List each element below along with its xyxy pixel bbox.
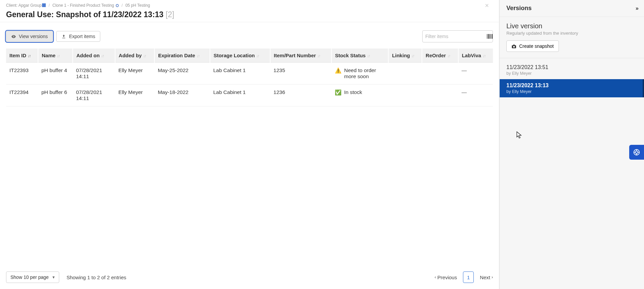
col-part-number[interactable]: Item/Part Number↓↑	[270, 49, 331, 63]
cell-part-number: 1235	[270, 63, 331, 85]
view-versions-button[interactable]: View versions	[6, 31, 53, 42]
entries-info: Showing 1 to 2 of 2 entries	[67, 275, 127, 280]
table-row[interactable]: IT22393pH buffer 407/28/2021 14:11Elly M…	[6, 63, 493, 85]
items-table: Item ID↓↑ Name↓↑ Added on↓↑ Added by↓↑ E…	[6, 49, 493, 106]
cell-stock: ⚠️Need to order more soon	[331, 63, 388, 85]
circle-icon	[116, 4, 119, 7]
version-item[interactable]: 11/23/2022 13:51by Elly Meyer	[500, 61, 644, 79]
cell-part-number: 1236	[270, 85, 331, 106]
breadcrumb-separator: /	[48, 3, 49, 8]
version-item[interactable]: 11/23/2022 13:13by Elly Meyer	[500, 79, 644, 97]
col-expiration[interactable]: Expiration Date↓↑	[154, 49, 210, 63]
col-stock[interactable]: Stock Status↓↑	[331, 49, 388, 63]
svg-point-1	[635, 151, 638, 153]
cell-linking	[388, 63, 422, 85]
table-row[interactable]: IT22394pH buffer 607/28/2021 14:11Elly M…	[6, 85, 493, 106]
breadcrumb-client[interactable]: Client: Apgar Group	[6, 3, 46, 8]
versions-sidebar: Versions » Live version Regularly update…	[499, 0, 644, 289]
sort-icon: ↓↑	[482, 54, 485, 58]
cell-item-id: IT22394	[6, 85, 38, 106]
grid-icon	[42, 3, 46, 7]
sort-icon: ↓↑	[317, 54, 320, 58]
sort-icon: ↓↑	[367, 54, 370, 58]
col-storage[interactable]: Storage Location↓↑	[210, 49, 270, 63]
sidebar-title: Versions	[506, 5, 532, 12]
sort-icon: ↓↑	[411, 54, 414, 58]
live-version-subtitle: Regularly updated from the inventory	[506, 31, 637, 36]
sort-icon: ↓↑	[256, 54, 259, 58]
page-number[interactable]: 1	[463, 271, 474, 283]
sort-icon: ↓↑	[447, 54, 450, 58]
cell-storage: Lab Cabinet 1	[210, 63, 270, 85]
sort-icon: ↓↑	[28, 54, 30, 58]
cell-added-on: 07/28/2021 14:11	[73, 85, 115, 106]
cell-added-on: 07/28/2021 14:11	[73, 63, 115, 85]
cell-added-by: Elly Meyer	[115, 63, 154, 85]
table-footer: Show 10 per page ▼ Showing 1 to 2 of 2 e…	[0, 265, 499, 289]
version-timestamp: 11/23/2022 13:51	[506, 64, 637, 70]
upload-icon	[61, 34, 66, 39]
eye-icon	[11, 34, 16, 39]
cell-name: pH buffer 4	[38, 63, 73, 85]
help-tab[interactable]	[629, 145, 644, 160]
chevron-down-icon: ▼	[52, 275, 56, 279]
col-name[interactable]: Name↓↑	[38, 49, 73, 63]
search-input[interactable]	[425, 34, 484, 39]
next-button[interactable]: Next ›	[480, 275, 493, 280]
cell-reorder	[422, 85, 458, 106]
lifebuoy-icon	[633, 149, 640, 156]
cell-name: pH buffer 6	[38, 85, 73, 106]
sort-icon: ↓↑	[196, 54, 199, 58]
col-added-on[interactable]: Added on↓↑	[73, 49, 115, 63]
version-author: by Elly Meyer	[506, 89, 636, 94]
camera-icon	[511, 44, 516, 49]
stock-status-icon: ⚠️	[335, 67, 342, 74]
cell-added-by: Elly Meyer	[115, 85, 154, 106]
cell-stock: ✅In stock	[331, 85, 388, 106]
col-linking[interactable]: Linking↓↑	[388, 49, 422, 63]
version-timestamp: 11/23/2022 13:13	[506, 83, 636, 89]
breadcrumb-separator: /	[121, 3, 122, 8]
page-title: General Use: Snapshot of 11/23/2022 13:1…	[0, 9, 499, 22]
live-version-title: Live version	[506, 22, 637, 30]
cell-linking	[388, 85, 422, 106]
col-reorder[interactable]: ReOrder↓↑	[422, 49, 458, 63]
sort-icon: ↓↑	[101, 54, 104, 58]
cell-storage: Lab Cabinet 1	[210, 85, 270, 106]
cell-item-id: IT22393	[6, 63, 38, 85]
cell-expiration: May-18-2022	[154, 85, 210, 106]
cell-labviva: —	[458, 85, 493, 106]
create-snapshot-button[interactable]: Create snapshot	[506, 40, 559, 52]
prev-button[interactable]: ‹ Previous	[435, 275, 457, 280]
barcode-icon[interactable]	[486, 34, 493, 39]
breadcrumb-project[interactable]: Clone 1 - Finished Product Testing	[52, 3, 119, 8]
col-labviva[interactable]: LabViva↓↑	[458, 49, 493, 63]
stock-status-icon: ✅	[335, 89, 342, 96]
close-icon[interactable]: ×	[485, 2, 493, 9]
breadcrumb: Client: Apgar Group / Clone 1 - Finished…	[0, 0, 499, 9]
export-items-button[interactable]: Export items	[56, 31, 100, 42]
cell-labviva: —	[458, 63, 493, 85]
live-version-block[interactable]: Live version Regularly updated from the …	[500, 17, 644, 58]
sort-icon: ↓↑	[143, 54, 146, 58]
toolbar: View versions Export items	[0, 22, 499, 49]
search-input-wrap[interactable]	[422, 30, 493, 42]
col-item-id[interactable]: Item ID↓↑	[6, 49, 38, 63]
pagination: ‹ Previous 1 Next ›	[435, 271, 493, 283]
page-size-select[interactable]: Show 10 per page ▼	[6, 271, 59, 283]
version-author: by Elly Meyer	[506, 71, 637, 76]
cell-expiration: May-25-2022	[154, 63, 210, 85]
cell-reorder	[422, 63, 458, 85]
sort-icon: ↓↑	[57, 54, 60, 58]
version-list: 11/23/2022 13:51by Elly Meyer11/23/2022 …	[500, 58, 644, 100]
collapse-icon[interactable]: »	[636, 5, 637, 11]
col-added-by[interactable]: Added by↓↑	[115, 49, 154, 63]
breadcrumb-page[interactable]: 05 pH Testing	[126, 3, 150, 8]
